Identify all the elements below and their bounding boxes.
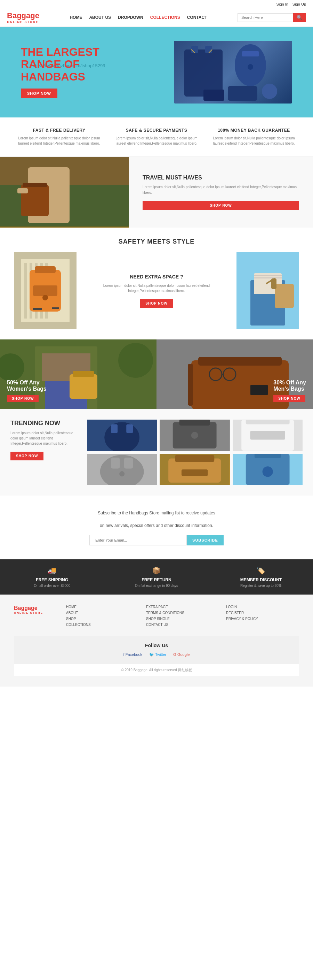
feature-guarantee-desc: Lorem ipsum dolor sit,Nulla pallentesque…: [209, 135, 299, 146]
svg-rect-77: [255, 454, 281, 458]
nav-home[interactable]: HOME: [70, 15, 82, 20]
logo-text: aggage: [13, 11, 39, 20]
footer-logo-sub: ONLINE STORE: [14, 611, 55, 614]
footer-link-home[interactable]: HOME: [66, 605, 139, 609]
svg-point-61: [191, 432, 198, 439]
trending-shop-button[interactable]: SHOP NOW: [10, 452, 43, 460]
promo-banners: 50% Off AnyWomen's Bags SHOP NOW 30% Off…: [0, 339, 313, 409]
trending-item-5[interactable]: [160, 454, 229, 485]
subscribe-form: SUBSCRIBE: [7, 535, 306, 546]
safety-image-left: [14, 252, 76, 329]
footer-logo-letter: B: [14, 605, 18, 611]
svg-rect-60: [179, 420, 210, 426]
search-input[interactable]: [237, 13, 293, 22]
logo-subtitle: ONLINE STORE: [7, 20, 39, 24]
footer-link-contact[interactable]: CONTACT US: [146, 623, 219, 627]
svg-rect-57: [126, 425, 133, 433]
travel-shop-button[interactable]: SHOP NOW: [142, 201, 299, 210]
svg-rect-0: [184, 49, 223, 97]
hero-heading: THE LARGEST RANGE OF HANDBAGS: [21, 46, 156, 83]
travel-content: TRAVEL MUST HAVES Lorem ipsum dolor sit,…: [129, 157, 313, 228]
google-link[interactable]: G Google: [173, 652, 190, 657]
nav-contact[interactable]: CONTACT: [187, 15, 207, 20]
trending-item-4[interactable]: [87, 454, 157, 485]
promo-men: 30% Off AnyMen's Bags SHOP NOW: [156, 339, 313, 409]
feature-payments: SAFE & SECURE PAYMENTS Lorem ipsum dolor…: [111, 128, 202, 146]
google-label: Google: [177, 652, 190, 657]
footer-link-collections[interactable]: COLLECTIONS: [66, 623, 139, 627]
safety-center-desc: Lorem ipsum dolor sit,Nulla pallentesque…: [90, 283, 223, 293]
hero-image: [156, 41, 292, 103]
sign-in-link[interactable]: Sign In: [277, 2, 288, 6]
trending-item-6[interactable]: [233, 454, 303, 485]
trending-svg-6: [233, 454, 303, 485]
promo-women-button[interactable]: SHOP NOW: [7, 395, 39, 402]
footer-discount-desc: Register & save up to 20%: [216, 584, 306, 588]
travel-desc: Lorem ipsum dolor sit,Nulla pallentesque…: [142, 185, 299, 196]
svg-rect-16: [17, 188, 28, 193]
subscribe-text-2: on new arrivals, special offers and othe…: [7, 522, 306, 529]
search-bar: 🔍: [237, 13, 306, 22]
nav-dropdown[interactable]: DROPDOWN: [118, 15, 143, 20]
travel-section: TRAVEL MUST HAVES Lorem ipsum dolor sit,…: [0, 157, 313, 228]
safety-title: SAFETY MEETS STYLE: [14, 238, 299, 245]
footer-link-register[interactable]: REGISTER: [226, 611, 299, 615]
svg-rect-26: [33, 285, 57, 296]
hero-bags-image: [174, 41, 292, 103]
feature-payments-desc: Lorem ipsum dolor sit,Nulla pallentesque…: [111, 135, 202, 146]
svg-rect-74: [182, 469, 208, 476]
logo[interactable]: Baggage ONLINE STORE: [7, 11, 39, 24]
bags-svg: [174, 41, 292, 103]
nav-about[interactable]: ABOUT US: [89, 15, 111, 20]
hero-text: THE LARGEST RANGE OF HANDBAGS SHOP NOW: [21, 46, 156, 98]
sign-up-link[interactable]: Sign Up: [292, 2, 306, 6]
svg-point-78: [262, 466, 273, 477]
footer-discount: 🏷️ MEMBER DISCOUNT Register & save up to…: [209, 559, 313, 595]
footer-copyright: © 2019 Baggage. All rights reserved 网红模板: [121, 668, 191, 672]
subscribe-email-input[interactable]: [89, 535, 187, 546]
safety-image-right: [237, 252, 299, 329]
trending-svg-4: [87, 454, 157, 485]
footer-shipping-title: FREE SHIPPING: [7, 578, 97, 582]
svg-point-45: [118, 343, 153, 378]
svg-rect-56: [111, 425, 117, 433]
safety-svg-right: [237, 252, 299, 329]
footer-link-shop-single[interactable]: SHOP SINGLE: [146, 617, 219, 621]
search-button[interactable]: 🔍: [293, 13, 306, 22]
facebook-link[interactable]: f Facebook: [123, 652, 142, 657]
logo-letter: B: [7, 11, 13, 20]
promo-men-button[interactable]: SHOP NOW: [273, 395, 305, 402]
google-icon: G: [173, 652, 177, 657]
promo-women-text: 50% Off AnyWomen's Bags SHOP NOW: [7, 380, 47, 402]
twitter-link[interactable]: 🐦 Twitter: [149, 652, 166, 657]
hero-shop-button[interactable]: SHOP NOW: [21, 89, 57, 98]
footer-link-shop[interactable]: SHOP: [66, 617, 139, 621]
main-nav: HOME ABOUT US DROPDOWN COLLECTIONS CONTA…: [70, 15, 207, 20]
footer-link-extra-page[interactable]: EXTRA PAGE: [146, 605, 219, 609]
subscribe-button[interactable]: SUBSCRIBE: [187, 535, 224, 546]
footer-logo-name: aggage: [18, 605, 38, 611]
subscribe-text-1: Subscribe to the Handbags Store mailing …: [7, 509, 306, 517]
top-bar: Sign In Sign Up: [0, 0, 313, 8]
trending-svg-2: [160, 420, 229, 451]
footer-link-terms[interactable]: TERMS & CONDITIONS: [146, 611, 219, 615]
promo-men-text: 30% Off AnyMen's Bags SHOP NOW: [273, 380, 306, 402]
safety-shop-button[interactable]: SHOP NOW: [140, 299, 173, 308]
travel-svg: [0, 157, 129, 226]
footer-return-title: FREE RETURN: [111, 578, 201, 582]
trending-svg-3: [233, 420, 303, 451]
trending-item-3[interactable]: [233, 420, 303, 451]
svg-rect-29: [52, 307, 59, 309]
subscribe-section: Subscribe to the Handbags Store mailing …: [0, 496, 313, 559]
feature-delivery: FAST & FREE DELIVERY Lorem ipsum dolor s…: [14, 128, 104, 146]
footer-link-login[interactable]: LOGIN: [226, 605, 299, 609]
svg-point-10: [262, 84, 277, 99]
footer-link-privacy[interactable]: PRIVACY & POLICY: [226, 617, 299, 621]
footer-link-about[interactable]: ABOUT: [66, 611, 139, 615]
trending-item-2[interactable]: [160, 420, 229, 451]
svg-rect-48: [198, 357, 282, 366]
trending-left: TRENDING NOW Lorem ipsum dolor sit,Nulla…: [10, 420, 80, 485]
trending-item-1[interactable]: [87, 420, 157, 451]
svg-point-27: [43, 295, 48, 301]
nav-collections[interactable]: COLLECTIONS: [150, 15, 180, 20]
